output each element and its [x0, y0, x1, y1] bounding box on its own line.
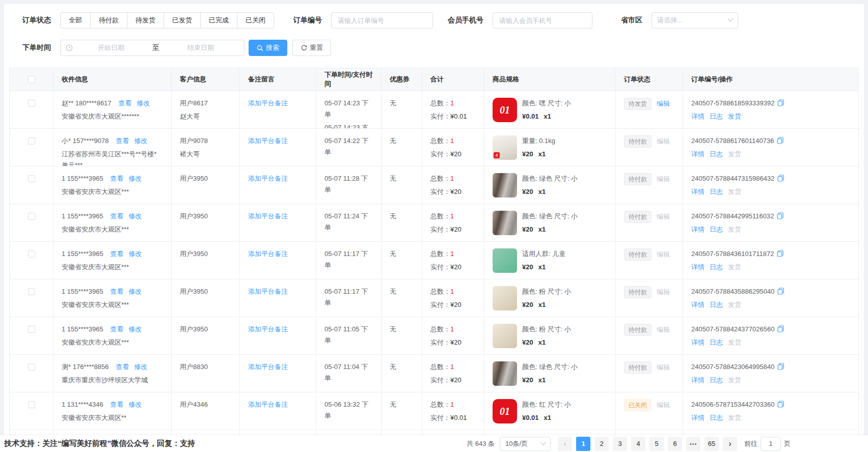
clock-icon: [66, 44, 73, 51]
detail-link[interactable]: 详情: [691, 263, 704, 271]
view-link[interactable]: 查看: [110, 401, 123, 408]
log-link[interactable]: 日志: [710, 188, 723, 195]
status-tab[interactable]: 待发货: [127, 12, 164, 29]
modify-link[interactable]: 修改: [128, 250, 142, 258]
detail-link[interactable]: 详情: [691, 188, 704, 195]
jump-input[interactable]: [761, 437, 781, 451]
price-value: ¥20: [522, 338, 533, 346]
modify-link[interactable]: 修改: [137, 99, 150, 107]
view-link[interactable]: 查看: [116, 137, 129, 145]
modify-link[interactable]: 修改: [128, 175, 142, 182]
remark-link[interactable]: 添加平台备注: [248, 288, 288, 295]
row-checkbox[interactable]: [28, 363, 35, 371]
count-label: 总数：: [430, 401, 450, 408]
page-button[interactable]: 2: [594, 437, 609, 451]
page-button[interactable]: 1: [576, 437, 590, 451]
page-button[interactable]: 3: [613, 437, 627, 451]
order-no-input[interactable]: [331, 12, 433, 29]
region-select[interactable]: 请选择...: [652, 12, 738, 29]
modify-link[interactable]: 修改: [128, 212, 142, 220]
detail-link[interactable]: 详情: [691, 338, 704, 346]
remark-link[interactable]: 添加平台备注: [248, 137, 288, 145]
order-ops: 详情日志发货: [691, 186, 851, 197]
modify-link[interactable]: 修改: [128, 401, 142, 408]
status-tab[interactable]: 待付款: [90, 12, 127, 29]
view-link[interactable]: 查看: [116, 363, 129, 371]
copy-icon[interactable]: [777, 99, 784, 106]
customer-cell: 用户3950: [172, 279, 240, 317]
detail-link[interactable]: 详情: [691, 376, 704, 384]
log-link[interactable]: 日志: [710, 338, 723, 346]
modify-link[interactable]: 修改: [128, 288, 142, 295]
view-link[interactable]: 查看: [118, 99, 131, 107]
edit-link[interactable]: 编辑: [657, 100, 670, 107]
copy-icon[interactable]: [777, 325, 784, 332]
prev-page-button[interactable]: ‹: [558, 437, 572, 451]
view-link[interactable]: 查看: [110, 250, 123, 258]
remark-link[interactable]: 添加平台备注: [248, 363, 288, 371]
row-checkbox[interactable]: [28, 401, 35, 408]
status-tab[interactable]: 全部: [60, 12, 91, 29]
view-link[interactable]: 查看: [110, 175, 123, 182]
reset-button[interactable]: 重置: [292, 40, 331, 56]
log-link[interactable]: 日志: [710, 301, 723, 308]
modify-link[interactable]: 修改: [134, 363, 147, 371]
row-checkbox[interactable]: [28, 175, 35, 182]
page-button[interactable]: 4: [631, 437, 645, 451]
search-button[interactable]: 搜索: [249, 40, 287, 56]
copy-icon[interactable]: [777, 401, 784, 408]
remark-link[interactable]: 添加平台备注: [248, 325, 288, 333]
modify-link[interactable]: 修改: [128, 325, 142, 333]
status-tab[interactable]: 已发货: [164, 12, 201, 29]
ellipsis-button[interactable]: •••: [686, 437, 700, 451]
status-tab[interactable]: 已关闭: [237, 12, 274, 29]
remark-link[interactable]: 添加平台备注: [248, 99, 288, 107]
row-checkbox[interactable]: [28, 100, 35, 107]
copy-icon[interactable]: [777, 137, 784, 144]
remark-link[interactable]: 添加平台备注: [248, 401, 288, 408]
page-button[interactable]: 6: [668, 437, 682, 451]
recipient-line: 测* 176****8856 查看修改: [62, 361, 163, 373]
view-link[interactable]: 查看: [110, 288, 123, 295]
copy-icon[interactable]: [777, 288, 784, 295]
copy-icon[interactable]: [777, 250, 784, 257]
detail-link[interactable]: 详情: [691, 414, 704, 421]
copy-icon[interactable]: [777, 212, 784, 219]
header-checkbox[interactable]: [28, 76, 35, 83]
log-link[interactable]: 日志: [710, 150, 723, 158]
log-link[interactable]: 日志: [710, 414, 723, 421]
view-link[interactable]: 查看: [110, 325, 123, 333]
row-checkbox[interactable]: [28, 213, 35, 220]
detail-link[interactable]: 详情: [691, 112, 704, 120]
detail-link[interactable]: 详情: [691, 301, 704, 308]
detail-link[interactable]: 详情: [691, 225, 704, 233]
page-button[interactable]: 65: [704, 437, 719, 451]
edit-link: 编辑: [657, 250, 670, 258]
detail-link[interactable]: 详情: [691, 150, 704, 158]
copy-icon[interactable]: [777, 175, 784, 182]
log-link[interactable]: 日志: [710, 225, 723, 233]
row-checkbox[interactable]: [28, 250, 35, 258]
product-cell: 颜色: 绿色 尺寸: 小¥20x1: [484, 204, 616, 241]
region-label: 省市区: [621, 16, 642, 25]
page-button[interactable]: 5: [649, 437, 664, 451]
remark-link[interactable]: 添加平台备注: [248, 175, 288, 182]
log-link[interactable]: 日志: [710, 376, 723, 384]
remark-link[interactable]: 添加平台备注: [248, 250, 288, 258]
row-checkbox[interactable]: [28, 326, 35, 333]
ship-link[interactable]: 发货: [728, 112, 741, 120]
status-tab[interactable]: 已完成: [200, 12, 237, 29]
modify-link[interactable]: 修改: [134, 137, 147, 145]
phone-input[interactable]: [493, 12, 592, 29]
date-range-picker[interactable]: 开始日期 至 结束日期: [60, 40, 245, 56]
copy-icon[interactable]: [777, 363, 784, 370]
page-size-select[interactable]: 10条/页: [500, 437, 551, 451]
remark-link[interactable]: 添加平台备注: [248, 212, 288, 220]
view-link[interactable]: 查看: [110, 212, 123, 220]
log-link[interactable]: 日志: [710, 263, 723, 271]
row-checkbox[interactable]: [28, 137, 35, 145]
product-info: 颜色: 绿色 尺寸: 小¥20x1: [522, 361, 578, 386]
row-checkbox[interactable]: [28, 288, 35, 295]
next-page-button[interactable]: ›: [723, 437, 737, 451]
log-link[interactable]: 日志: [710, 112, 723, 120]
